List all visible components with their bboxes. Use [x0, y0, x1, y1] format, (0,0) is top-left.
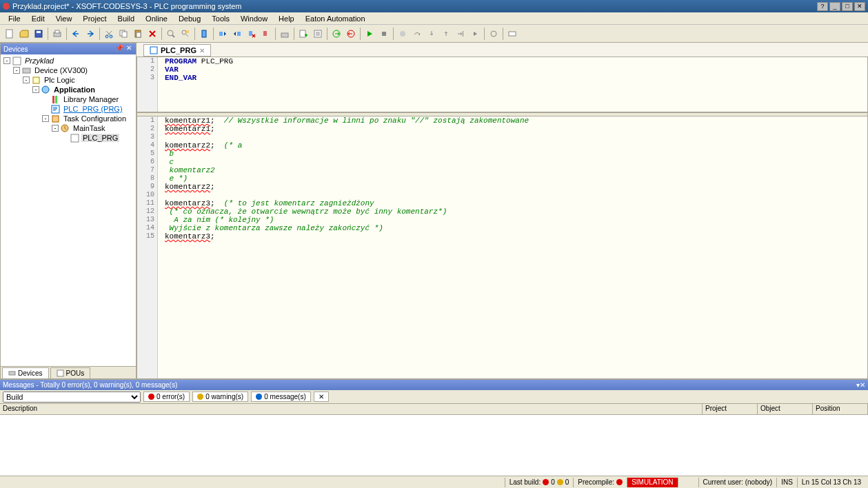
save-button[interactable] [32, 27, 46, 41]
paste-button[interactable] [131, 27, 145, 41]
editor-tabs: PLC_PRG ✕ [137, 43, 868, 57]
cut-button[interactable] [102, 27, 116, 41]
expand-icon[interactable]: - [13, 67, 20, 74]
declaration-editor[interactable]: 123 PROGRAM PLC_PRGVAREND_VAR [137, 57, 867, 112]
add-object-button[interactable] [296, 27, 310, 41]
col-object[interactable]: Object [758, 404, 813, 414]
svg-rect-2 [37, 31, 41, 33]
new-button[interactable] [3, 27, 17, 41]
tree-node-task-config[interactable]: - Task Configuration [2, 114, 134, 123]
logout-button[interactable] [344, 27, 358, 41]
tree-label: MainTask [72, 124, 106, 132]
watch-button[interactable] [505, 27, 519, 41]
expand-icon[interactable]: - [3, 57, 10, 64]
svg-rect-15 [219, 32, 223, 36]
step-next-button[interactable] [468, 27, 482, 41]
menu-tools[interactable]: Tools [206, 13, 235, 24]
editor-tab-close-button[interactable]: ✕ [199, 47, 205, 54]
errors-filter-button[interactable]: 0 error(s) [143, 392, 190, 402]
menu-edit[interactable]: Edit [26, 13, 50, 24]
find-button[interactable] [164, 27, 178, 41]
print-button[interactable] [50, 27, 64, 41]
properties-button[interactable] [311, 27, 325, 41]
menu-file[interactable]: File [3, 13, 26, 24]
menu-debug[interactable]: Debug [173, 13, 206, 24]
status-insert-mode[interactable]: INS [776, 478, 797, 487]
minimize-button[interactable]: _ [829, 2, 840, 11]
panel-pin-button[interactable]: 📌 [115, 45, 123, 53]
menu-online[interactable]: Online [140, 13, 173, 24]
undo-button[interactable] [69, 27, 83, 41]
menu-window[interactable]: Window [235, 13, 273, 24]
tab-label: Devices [18, 369, 43, 377]
bookmark-next-button[interactable] [216, 27, 230, 41]
editor-tab-plc-prg[interactable]: PLC_PRG ✕ [143, 44, 211, 57]
messages-category-select[interactable]: Build [3, 392, 141, 403]
bookmark-clear-button[interactable] [245, 27, 259, 41]
svg-rect-29 [13, 57, 21, 65]
tree-label: PLC_PRG (PRG) [62, 105, 124, 113]
library-icon [51, 95, 60, 104]
step-out-button[interactable] [439, 27, 453, 41]
col-description[interactable]: Description [0, 404, 703, 414]
tree-node-application[interactable]: - Application [2, 85, 134, 94]
menu-help[interactable]: Help [273, 13, 300, 24]
svg-rect-17 [249, 31, 252, 36]
tree-node-library-manager[interactable]: Library Manager [2, 94, 134, 104]
breakpoint-button[interactable] [396, 27, 410, 41]
col-project[interactable]: Project [703, 404, 758, 414]
login-button[interactable] [330, 27, 343, 41]
expand-icon[interactable]: - [32, 86, 39, 93]
pou-icon [70, 134, 79, 143]
expand-icon[interactable]: - [42, 115, 49, 122]
status-simulation[interactable]: SIMULATION [627, 478, 677, 487]
tree-node-maintask[interactable]: - MainTask [2, 123, 134, 133]
tree-node-plc-prg[interactable]: PLC_PRG (PRG) [2, 104, 134, 114]
bookmark-toggle-button[interactable] [259, 27, 273, 41]
tab-pous[interactable]: POUs [50, 367, 91, 378]
step-over-button[interactable] [410, 27, 424, 41]
messages-list[interactable] [0, 415, 868, 476]
menu-view[interactable]: View [50, 13, 78, 24]
tree-node-project[interactable]: - Przyklad [2, 56, 134, 65]
redo-button[interactable] [83, 27, 97, 41]
delete-button[interactable] [145, 27, 159, 41]
device-tree[interactable]: - Przyklad - Device (XV300) - Plc Logic … [1, 54, 136, 366]
bookmark-button[interactable] [197, 27, 211, 41]
copy-button[interactable] [117, 27, 130, 41]
warnings-filter-button[interactable]: 0 warning(s) [192, 392, 248, 402]
main-toolbar [0, 25, 868, 43]
bookmark-prev-button[interactable] [230, 27, 244, 41]
close-button[interactable]: ✕ [854, 2, 865, 11]
menu-eaton-automation[interactable]: Eaton Automation [300, 13, 371, 24]
menu-project[interactable]: Project [77, 13, 112, 24]
expand-icon[interactable]: - [52, 125, 59, 132]
messages-close-button[interactable]: ✕ [860, 381, 865, 389]
start-button[interactable] [363, 27, 376, 41]
stop-button[interactable] [377, 27, 391, 41]
svg-point-12 [182, 30, 186, 34]
tree-node-plc-prg-task[interactable]: PLC_PRG [2, 133, 134, 143]
svg-point-27 [491, 31, 496, 37]
svg-rect-31 [33, 77, 39, 83]
tree-node-plclogic[interactable]: - Plc Logic [2, 75, 134, 85]
messages-filter-button[interactable]: 0 message(s) [251, 392, 311, 402]
find-replace-button[interactable] [179, 27, 192, 41]
panel-close-button[interactable]: ✕ [125, 45, 133, 53]
tab-devices[interactable]: Devices [2, 367, 49, 378]
body-editor[interactable]: 123456789101112131415 komentarz1; // Wsz… [137, 116, 867, 378]
open-button[interactable] [17, 27, 31, 41]
messages-clear-button[interactable]: ✕ [314, 392, 329, 402]
step-into-button[interactable] [425, 27, 438, 41]
run-to-cursor-button[interactable] [454, 27, 467, 41]
debug-tool-button[interactable] [487, 27, 501, 41]
svg-rect-16 [237, 32, 241, 36]
build-button[interactable] [278, 27, 292, 41]
svg-rect-20 [300, 30, 305, 37]
help-toggle-button[interactable]: ? [817, 2, 828, 11]
tree-node-device[interactable]: - Device (XV300) [2, 65, 134, 75]
expand-icon[interactable]: - [23, 77, 30, 83]
menu-build[interactable]: Build [112, 13, 140, 24]
col-position[interactable]: Position [813, 404, 868, 414]
maximize-button[interactable]: □ [842, 2, 853, 11]
